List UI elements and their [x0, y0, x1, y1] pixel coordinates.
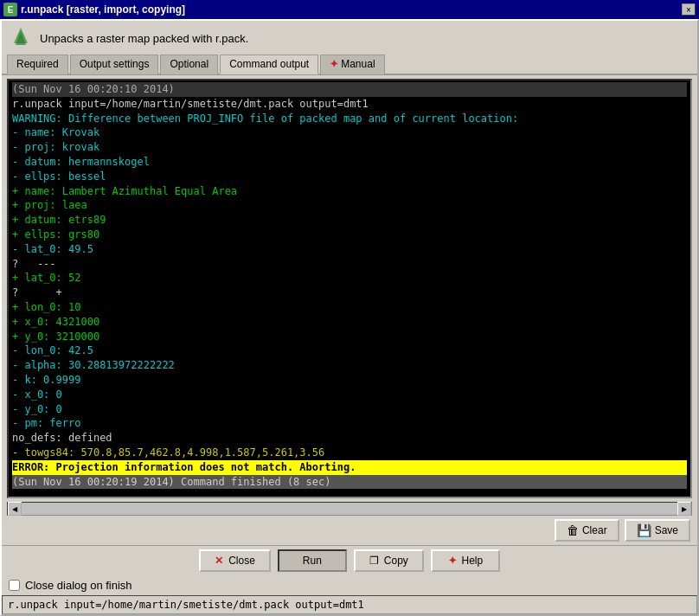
output-line: (Sun Nov 16 00:20:19 2014) Command finis… [12, 475, 687, 490]
bottom-buttons-area: ✕ Close Run ❐ Copy ✦ Help [2, 545, 697, 575]
output-line: + ellps: grs80 [12, 228, 687, 242]
scroll-track[interactable] [22, 503, 677, 515]
output-line: ? + [12, 286, 687, 300]
output-line: WARNING: Difference between PROJ_INFO fi… [12, 112, 687, 126]
output-line: + y_0: 3210000 [12, 330, 687, 344]
output-line: - lat_0: 49.5 [12, 242, 687, 257]
tab-required[interactable]: Required [7, 55, 68, 74]
output-line: - alpha: 30.28813972222222 [12, 358, 687, 373]
output-line: + x_0: 4321000 [12, 315, 687, 330]
output-line: - y_0: 0 [12, 402, 687, 417]
output-line: + proj: laea [12, 198, 687, 213]
help-icon: ✦ [448, 555, 457, 567]
close-dialog-label[interactable]: Close dialog on finish [25, 579, 132, 592]
window-title: r.unpack [raster, import, copying] [21, 3, 185, 16]
output-line: ? --- [12, 257, 687, 272]
clear-label: Clear [582, 524, 607, 536]
main-window: Unpacks a raster map packed with r.pack.… [0, 19, 699, 616]
close-button[interactable]: ✕ Close [199, 549, 271, 572]
grass-logo [9, 26, 33, 50]
save-button[interactable]: 💾 Save [625, 519, 690, 542]
help-label: Help [462, 555, 484, 567]
help-button[interactable]: ✦ Help [431, 549, 500, 572]
status-text: r.unpack input=/home/martin/smetiste/dmt… [8, 599, 364, 611]
output-line: - lon_0: 42.5 [12, 343, 687, 358]
output-line: (Sun Nov 16 00:20:10 2014) [12, 82, 687, 97]
clear-button[interactable]: 🗑 Clear [555, 519, 619, 542]
output-line: r.unpack input=/home/martin/smetiste/dmt… [12, 97, 687, 112]
close-dialog-checkbox[interactable] [9, 580, 20, 591]
output-line: - k: 0.9999 [12, 373, 687, 388]
app-icon: E [3, 3, 17, 16]
output-line: + lon_0: 10 [12, 300, 687, 315]
status-bar: r.unpack input=/home/martin/smetiste/dmt… [2, 595, 697, 614]
output-line: - pm: ferro [12, 416, 687, 431]
output-line: - towgs84: 570.8,85.7,462.8,4.998,1.587,… [12, 446, 687, 460]
horizontal-scrollbar[interactable]: ◀ ▶ [7, 502, 692, 516]
clear-icon: 🗑 [567, 523, 579, 537]
copy-icon: ❐ [369, 555, 379, 567]
run-button[interactable]: Run [278, 549, 347, 572]
output-line: - ellps: bessel [12, 170, 687, 184]
scroll-left-button[interactable]: ◀ [8, 502, 22, 516]
window-close-button[interactable]: × [682, 3, 696, 16]
tab-command-output[interactable]: Command output [220, 55, 318, 74]
copy-label: Copy [384, 555, 408, 567]
copy-button[interactable]: ❐ Copy [354, 549, 424, 572]
scroll-right-button[interactable]: ▶ [677, 502, 691, 516]
manual-tab-icon: ✦ [330, 58, 338, 70]
output-line: + datum: etrs89 [12, 213, 687, 228]
output-line: - proj: krovak [12, 140, 687, 155]
action-buttons-area: 🗑 Clear 💾 Save [2, 516, 697, 545]
tabs-bar: Required Output settings Optional Comman… [2, 54, 697, 75]
save-label: Save [655, 524, 678, 536]
checkbox-area: Close dialog on finish [2, 575, 697, 595]
save-icon: 💾 [637, 523, 651, 537]
close-label: Close [228, 555, 255, 567]
tab-output-settings[interactable]: Output settings [70, 55, 159, 74]
output-line: + name: Lambert Azimuthal Equal Area [12, 184, 687, 199]
header-description: Unpacks a raster map packed with r.pack. [40, 32, 248, 45]
run-label: Run [303, 555, 322, 567]
close-icon: ✕ [215, 555, 223, 567]
tab-manual[interactable]: ✦Manual [320, 55, 384, 74]
output-container[interactable]: (Sun Nov 16 00:20:10 2014)r.unpack input… [7, 79, 692, 498]
output-line: ERROR: Projection information does not m… [12, 460, 687, 475]
output-line: - name: Krovak [12, 125, 687, 140]
output-line: - x_0: 0 [12, 388, 687, 402]
header-area: Unpacks a raster map packed with r.pack. [2, 21, 697, 54]
output-line: + lat_0: 52 [12, 271, 687, 286]
title-bar: E r.unpack [raster, import, copying] × [0, 0, 699, 19]
tab-optional[interactable]: Optional [160, 55, 218, 74]
output-inner[interactable]: (Sun Nov 16 00:20:10 2014)r.unpack input… [9, 80, 690, 497]
output-line: no_defs: defined [12, 431, 687, 446]
output-line: - datum: hermannskogel [12, 155, 687, 170]
